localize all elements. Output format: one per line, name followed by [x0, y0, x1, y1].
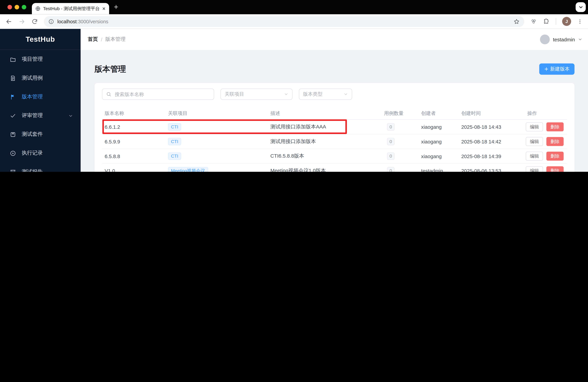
content-area: 版本管理 新建版本	[81, 50, 588, 172]
reload-icon[interactable]	[32, 18, 38, 25]
browser-toolbar: localhost:3000/versions J	[0, 14, 588, 29]
version-projects: Meeting视频会议	[165, 167, 268, 172]
tab-close-icon[interactable]	[102, 7, 106, 10]
breadcrumb-home[interactable]: 首页	[88, 36, 98, 43]
edit-button[interactable]: 编辑	[526, 166, 543, 172]
case-count-badge: 0	[387, 152, 395, 160]
sidebar-item[interactable]: 项目管理	[0, 50, 81, 69]
chevron-down-icon	[344, 92, 348, 96]
project-tag: Meeting视频会议	[168, 167, 208, 172]
col-header: 描述	[268, 110, 381, 117]
version-name: 6.6.1.2	[102, 124, 165, 130]
table-header: 版本名称 关联项目 描述 用例数量 创建者 创建时间 操作	[102, 107, 567, 120]
browser-profile-avatar[interactable]: J	[562, 17, 571, 26]
version-description: 测试用接口添加版本AAA	[268, 124, 381, 130]
tab-search-icon[interactable]	[576, 2, 586, 12]
new-version-button[interactable]: 新建版本	[539, 64, 574, 75]
version-description: 测试用接口添加版本	[268, 138, 381, 145]
maximize-window-icon[interactable]	[22, 5, 26, 9]
project-filter-select[interactable]: 关联项目	[221, 89, 293, 100]
chevron-down-icon	[284, 92, 288, 96]
sidebar-item[interactable]: 测试套件	[0, 125, 81, 144]
search-version-input[interactable]	[114, 91, 210, 97]
bookmark-icon	[10, 131, 16, 137]
browser-tabstrip: TestHub - 测试用例管理平台	[0, 0, 588, 14]
toolbar-divider	[556, 18, 556, 25]
page-title: 版本管理	[95, 64, 126, 74]
bookmark-star-icon[interactable]	[513, 18, 520, 25]
search-version-input-wrap	[102, 89, 214, 100]
version-projects: CTI	[165, 138, 268, 145]
version-projects: CTI	[165, 123, 268, 131]
sidebar-item[interactable]: 测试报告	[0, 162, 81, 172]
sidebar-item[interactable]: 版本管理	[0, 87, 81, 106]
case-count-badge: 0	[387, 123, 395, 131]
version-creator: xiaogang	[417, 124, 457, 130]
document-icon	[10, 75, 16, 81]
version-description: Meeting视频会议1.0版本	[268, 167, 381, 172]
folder-icon	[10, 56, 16, 63]
versions-card: 关联项目 版本类型 版本名称	[95, 83, 574, 172]
presentation-icon	[10, 169, 16, 172]
breadcrumb-current: 版本管理	[105, 36, 126, 43]
globe-favicon-icon	[35, 6, 41, 11]
sidebar-item[interactable]: 执行记录	[0, 144, 81, 162]
site-info-icon[interactable]	[48, 19, 54, 24]
version-creator: xiaogang	[417, 153, 457, 159]
delete-button[interactable]: 删除	[546, 152, 564, 161]
case-count-badge: 0	[387, 138, 395, 145]
forward-icon[interactable]	[18, 18, 25, 25]
table-body: 6.6.1.2 CTI 测试用接口添加版本AAA 0 xiaogang 2025…	[102, 120, 567, 172]
sidebar-item-label: 项目管理	[22, 56, 73, 63]
edit-button[interactable]: 编辑	[526, 137, 543, 146]
sidebar-nav: 项目管理 测试用例 版本管理 评审管理 测试套件 执行记录 测试报告 智能助手 …	[0, 50, 81, 172]
sidebar: TestHub 项目管理 测试用例 版本管理 评审管理 测试套件 执行记录 测试…	[0, 29, 81, 172]
extension-circles-icon[interactable]	[530, 18, 537, 25]
app-logo: TestHub	[0, 29, 81, 50]
version-name: 6.5.9.9	[102, 139, 165, 144]
delete-button[interactable]: 删除	[546, 166, 564, 172]
back-icon[interactable]	[5, 18, 12, 25]
version-created-time: 2025-08-18 14:39	[457, 153, 518, 159]
sidebar-item-label: 评审管理	[22, 112, 63, 119]
edit-button[interactable]: 编辑	[526, 152, 543, 161]
url-bar[interactable]: localhost:3000/versions	[44, 16, 524, 27]
sidebar-item-label: 测试报告	[22, 169, 73, 172]
delete-button[interactable]: 删除	[546, 122, 564, 131]
browser-tab[interactable]: TestHub - 测试用例管理平台	[32, 3, 109, 14]
col-header: 用例数量	[381, 110, 417, 117]
sidebar-item[interactable]: 测试用例	[0, 69, 81, 87]
extensions-puzzle-icon[interactable]	[543, 18, 550, 25]
close-window-icon[interactable]	[7, 5, 12, 9]
table-row: 6.5.8.8 CTI CTI6.5.8.8版本 0 xiaogang 2025…	[102, 149, 567, 164]
version-created-time: 2025-08-18 14:42	[457, 139, 518, 144]
new-tab-icon[interactable]	[113, 4, 119, 11]
app-header: 首页 / 版本管理 testadmin	[81, 29, 588, 50]
user-menu[interactable]: testadmin	[540, 35, 582, 44]
screen: TestHub - 测试用例管理平台 localhost:3000/versio…	[0, 0, 588, 172]
browser-menu-icon[interactable]	[577, 19, 583, 24]
col-header: 创建者	[417, 110, 457, 117]
flag-icon	[10, 94, 16, 100]
version-description: CTI6.5.8.8版本	[268, 153, 381, 159]
tab-title: TestHub - 测试用例管理平台	[43, 5, 100, 12]
table-row: V1.0 Meeting视频会议 Meeting视频会议1.0版本 0 test…	[102, 164, 567, 172]
plus-icon	[544, 67, 549, 71]
col-header: 关联项目	[165, 110, 268, 117]
version-creator: testadmin	[417, 168, 457, 172]
search-icon	[106, 92, 111, 97]
url-text: localhost:3000/versions	[57, 19, 108, 24]
sidebar-item[interactable]: 评审管理	[0, 106, 81, 125]
sidebar-item-label: 执行记录	[22, 150, 73, 157]
table-row: 6.5.9.9 CTI 测试用接口添加版本 0 xiaogang 2025-08…	[102, 134, 567, 149]
breadcrumb-separator: /	[101, 37, 102, 42]
check-icon	[10, 112, 16, 119]
user-chevron-down-icon	[578, 37, 582, 42]
minimize-window-icon[interactable]	[15, 5, 19, 9]
sidebar-item-label: 测试套件	[22, 131, 73, 138]
type-filter-select[interactable]: 版本类型	[299, 89, 352, 100]
delete-button[interactable]: 删除	[546, 137, 564, 146]
version-name: V1.0	[102, 168, 165, 172]
version-projects: CTI	[165, 152, 268, 160]
edit-button[interactable]: 编辑	[526, 122, 543, 131]
